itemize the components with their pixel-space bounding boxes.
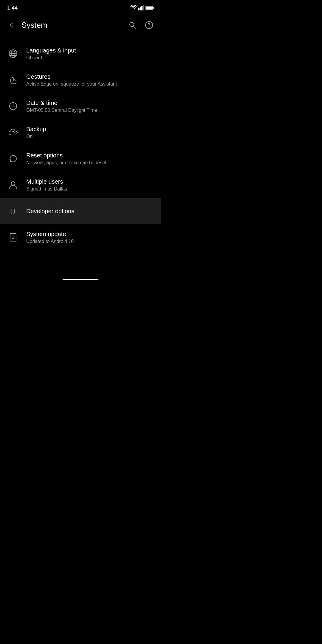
backup-icon <box>5 124 21 141</box>
status-time: 1:44 <box>7 5 18 11</box>
languages-content: Languages & input Gboard <box>26 47 156 61</box>
toolbar-actions: ? <box>125 18 156 32</box>
update-title: System update <box>26 230 156 238</box>
globe-icon <box>5 45 21 62</box>
svg-rect-6 <box>146 7 152 9</box>
menu-item-update[interactable]: System update Updated to Android 10 <box>0 224 161 250</box>
languages-title: Languages & input <box>26 47 156 54</box>
signal-icon <box>138 5 144 10</box>
code-icon: {} <box>5 203 21 219</box>
backup-title: Backup <box>26 125 156 133</box>
backup-content: Backup On <box>26 125 156 140</box>
svg-rect-5 <box>153 7 154 9</box>
menu-item-datetime[interactable]: Date & time GMT-05:00 Central Daylight T… <box>0 93 161 119</box>
svg-rect-3 <box>143 5 144 10</box>
battery-icon <box>145 5 154 10</box>
reset-content: Reset options Network, apps, or device c… <box>26 151 156 166</box>
languages-subtitle: Gboard <box>26 55 156 61</box>
developer-content: Developer options <box>26 207 156 215</box>
toolbar: System ? <box>0 14 161 36</box>
svg-line-8 <box>134 26 136 28</box>
help-button[interactable]: ? <box>142 18 156 32</box>
menu-item-reset[interactable]: Reset options Network, apps, or device c… <box>0 145 161 172</box>
user-icon <box>5 177 21 193</box>
gestures-title: Gestures <box>26 73 156 80</box>
gestures-content: Gestures Active Edge on, squeeze for you… <box>26 73 156 87</box>
backup-subtitle: On <box>26 134 156 140</box>
users-subtitle: Signed in as Dallas <box>26 186 156 192</box>
menu-item-languages[interactable]: Languages & input Gboard <box>0 41 161 67</box>
datetime-title: Date & time <box>26 99 156 107</box>
users-title: Multiple users <box>26 178 156 185</box>
page-title: System <box>21 21 125 30</box>
nav-indicator <box>63 279 98 280</box>
menu-item-backup[interactable]: Backup On <box>0 119 161 145</box>
search-button[interactable] <box>125 18 140 32</box>
menu-item-developer[interactable]: {} Developer options <box>0 198 161 224</box>
datetime-subtitle: GMT-05:00 Central Daylight Time <box>26 107 156 114</box>
svg-text:{}: {} <box>10 208 16 214</box>
status-icons <box>130 5 154 10</box>
reset-subtitle: Network, apps, or device can be reset <box>26 160 156 166</box>
users-content: Multiple users Signed in as Dallas <box>26 178 156 192</box>
svg-rect-0 <box>138 8 140 10</box>
back-button[interactable] <box>5 18 19 32</box>
status-bar: 1:44 <box>0 0 161 14</box>
svg-rect-1 <box>140 7 141 10</box>
svg-rect-2 <box>141 6 143 10</box>
gestures-subtitle: Active Edge on, squeeze for your Assista… <box>26 81 156 87</box>
menu-list: Languages & input Gboard Gestures Active… <box>0 41 161 250</box>
update-content: System update Updated to Android 10 <box>26 230 156 245</box>
update-icon <box>5 229 21 246</box>
menu-item-users[interactable]: Multiple users Signed in as Dallas <box>0 172 161 198</box>
svg-point-18 <box>11 182 15 185</box>
datetime-content: Date & time GMT-05:00 Central Daylight T… <box>26 99 156 114</box>
clock-icon <box>5 98 21 114</box>
gesture-icon <box>5 72 21 88</box>
reset-icon <box>5 150 21 167</box>
developer-title: Developer options <box>26 207 156 215</box>
reset-title: Reset options <box>26 151 156 159</box>
svg-point-7 <box>130 22 134 27</box>
svg-text:?: ? <box>148 22 151 27</box>
menu-item-gestures[interactable]: Gestures Active Edge on, squeeze for you… <box>0 67 161 93</box>
update-subtitle: Updated to Android 10 <box>26 239 156 245</box>
wifi-icon <box>130 5 137 10</box>
